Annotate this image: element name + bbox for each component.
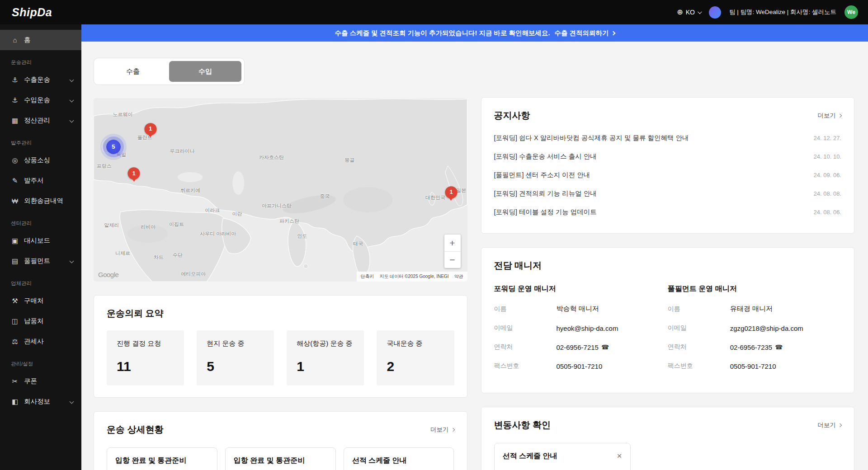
notice-item[interactable]: [포워딩] 테이블 설정 기능 업데이트 24. 08. 06. bbox=[494, 203, 842, 221]
sidebar-item-home[interactable]: ⌂ 홈 bbox=[0, 30, 81, 50]
notice-date: 24. 09. 06. bbox=[814, 172, 841, 179]
map-pin-marker[interactable]: 1 bbox=[144, 123, 156, 135]
notice-item[interactable]: [포워딩] 견적의뢰 기능 리뉴얼 안내 24. 08. 08. bbox=[494, 184, 842, 203]
import-shipping-icon: ⚓ bbox=[11, 96, 19, 104]
stat-label: 국내운송 중 bbox=[387, 339, 444, 348]
sidebar-section-vendors: 업체관리 bbox=[0, 271, 81, 291]
shipping-detail-list: 입항 완료 및 통관준비 입항 완료 및 통관준비 선적 스케줄 안내 bbox=[107, 447, 454, 470]
summary-stats: 진행 결정 요청 11 현지 운송 중 5 해상(항공) 운송 중 1 국내운송… bbox=[107, 330, 454, 385]
stat-value: 2 bbox=[387, 359, 444, 374]
managers-grid: 포워딩 운영 매니저 이름 박승혁 매니저 이메일 hyeok@ship-da.… bbox=[494, 284, 842, 381]
sidebar-item-sourcing[interactable]: ◎ 상품소싱 bbox=[0, 150, 81, 170]
more-label: 더보기 bbox=[818, 112, 836, 120]
topbar: ShipDa ⊕ KO 팀 | 팀명: WeDealize | 회사명: 셀러노… bbox=[0, 0, 868, 24]
profile-avatar[interactable] bbox=[709, 6, 721, 19]
change-notice-card[interactable]: 선적 스케줄 안내 × bbox=[494, 443, 631, 470]
changes-card: 변동사항 확인 더보기 선적 스케줄 안내 × bbox=[481, 407, 855, 470]
purchase-order-icon: ✎ bbox=[11, 177, 19, 185]
shipment-status-card[interactable]: 선적 스케줄 안내 bbox=[344, 447, 454, 470]
manager-fax: 0505-901-7210 bbox=[557, 362, 603, 370]
sidebar-item-label: 상품소싱 bbox=[24, 156, 50, 164]
stat-local-transit[interactable]: 현지 운송 중 5 bbox=[197, 330, 274, 385]
notice-text: [포워딩] 수출운송 서비스 출시 안내 bbox=[494, 152, 597, 161]
notice-text: [풀필먼트] 센터 주소지 이전 안내 bbox=[494, 171, 590, 179]
google-logo: Google bbox=[98, 271, 118, 278]
shipment-status-card[interactable]: 입항 완료 및 통관준비 bbox=[107, 447, 217, 470]
sidebar-item-dashboard[interactable]: ▣ 대시보드 bbox=[0, 230, 81, 251]
buyer-icon: ⚒ bbox=[11, 297, 19, 305]
chevron-down-icon bbox=[70, 118, 74, 123]
notices-title: 공지사항 bbox=[494, 109, 530, 122]
pin-count: 1 bbox=[132, 170, 136, 177]
map-pin-marker[interactable]: 1 bbox=[445, 186, 457, 198]
more-label: 더보기 bbox=[430, 426, 449, 434]
close-icon[interactable]: × bbox=[617, 451, 622, 460]
fulfillment-icon: ▤ bbox=[11, 257, 19, 265]
phone-icon: ☎ bbox=[601, 343, 609, 351]
sidebar-item-label: 수출운송 bbox=[24, 75, 50, 84]
zoom-out-button[interactable]: − bbox=[444, 251, 461, 268]
content: 수출 수입 bbox=[81, 42, 868, 470]
shipment-status-card[interactable]: 입항 완료 및 통관준비 bbox=[225, 447, 336, 470]
map-pin-marker[interactable]: 1 bbox=[128, 167, 140, 179]
manager-fax-label: 팩스번호 bbox=[494, 362, 557, 370]
sourcing-icon: ◎ bbox=[11, 156, 19, 164]
manager-role: 포워딩 운영 매니저 bbox=[494, 284, 668, 294]
sidebar-item-coupon[interactable]: ✂ 쿠폰 bbox=[0, 371, 81, 391]
chevron-right-icon bbox=[838, 113, 842, 117]
supplier-icon: ◫ bbox=[11, 317, 19, 325]
sidebar-item-label: 외환송금내역 bbox=[24, 197, 63, 205]
sidebar-item-import-shipping[interactable]: ⚓ 수입운송 bbox=[0, 90, 81, 110]
dashboard-icon: ▣ bbox=[11, 237, 19, 245]
sidebar-item-suppliers[interactable]: ◫ 납품처 bbox=[0, 311, 81, 331]
sidebar-item-company-info[interactable]: ◧ 회사정보 bbox=[0, 391, 81, 412]
stat-decision-requested[interactable]: 진행 결정 요청 11 bbox=[107, 330, 184, 385]
changes-more-button[interactable]: 더보기 bbox=[818, 421, 842, 429]
zoom-in-button[interactable]: + bbox=[444, 235, 461, 251]
settlement-icon: ▦ bbox=[11, 117, 19, 125]
manager-role: 풀필먼트 운영 매니저 bbox=[668, 284, 841, 294]
shipda-logo[interactable]: ShipDa bbox=[12, 6, 52, 19]
map-shortcuts-link[interactable]: 단축키 bbox=[361, 273, 374, 280]
forwarding-manager-column: 포워딩 운영 매니저 이름 박승혁 매니저 이메일 hyeok@ship-da.… bbox=[494, 284, 668, 381]
summary-title: 운송의뢰 요약 bbox=[107, 307, 164, 320]
sidebar-item-label: 풀필먼트 bbox=[24, 257, 50, 265]
sidebar-item-customs-broker[interactable]: ⚖ 관세사 bbox=[0, 331, 81, 352]
shipping-detail-more-button[interactable]: 더보기 bbox=[430, 426, 454, 434]
fulfillment-manager-column: 풀필먼트 운영 매니저 이름 유태경 매니저 이메일 zgzg0218@ship… bbox=[668, 284, 841, 381]
notices-more-button[interactable]: 더보기 bbox=[818, 112, 842, 120]
notice-list: [포워딩] 쉽다 X 알리바바닷컴 공식제휴 공지 및 물류 할인혜택 안내 2… bbox=[494, 129, 842, 221]
sidebar-item-label: 발주서 bbox=[24, 176, 44, 185]
sidebar-item-label: 회사정보 bbox=[24, 397, 50, 406]
stat-label: 현지 운송 중 bbox=[207, 339, 264, 348]
shipment-summary-card: 운송의뢰 요약 진행 결정 요청 11 현지 운송 중 5 해상(항공) 운송 … bbox=[94, 295, 467, 398]
sidebar-section-ordering: 발주관리 bbox=[0, 131, 81, 150]
stat-ocean-air-transit[interactable]: 해상(항공) 운송 중 1 bbox=[287, 330, 364, 385]
language-selector[interactable]: ⊕ KO bbox=[677, 9, 701, 16]
changes-title: 변동사항 확인 bbox=[494, 419, 551, 431]
sidebar-item-settlement[interactable]: ▦ 정산관리 bbox=[0, 110, 81, 131]
stat-domestic-transit[interactable]: 국내운송 중 2 bbox=[377, 330, 454, 385]
sidebar-item-label: 납품처 bbox=[24, 317, 44, 325]
world-map[interactable]: 노르웨이 폴란드 우크라이나 카자흐스탄 몽골 독일 프랑스 튀르키예 중국 대… bbox=[94, 98, 467, 282]
export-quote-link[interactable]: 수출 견적의뢰하기 bbox=[555, 29, 615, 38]
tab-import[interactable]: 수입 bbox=[169, 61, 241, 82]
sidebar-item-remittance[interactable]: ₩ 외환송금내역 bbox=[0, 191, 81, 211]
map-cluster-marker[interactable]: 5 bbox=[106, 140, 121, 154]
sidebar-item-export-shipping[interactable]: ⚓ 수출운송 bbox=[0, 70, 81, 90]
sidebar-item-label: 대시보드 bbox=[24, 236, 50, 245]
notice-item[interactable]: [포워딩] 수출운송 서비스 출시 안내 24. 10. 10. bbox=[494, 147, 842, 166]
sidebar-item-purchase-order[interactable]: ✎ 발주서 bbox=[0, 170, 81, 191]
sidebar-item-buyers[interactable]: ⚒ 구매처 bbox=[0, 291, 81, 311]
map-terms-link[interactable]: 약관 bbox=[454, 273, 463, 280]
language-label: KO bbox=[686, 9, 695, 16]
home-icon: ⌂ bbox=[11, 36, 19, 44]
sidebar-item-label: 쿠폰 bbox=[24, 377, 37, 385]
manager-phone: 02-6956-7215 ☎ bbox=[557, 343, 609, 351]
tab-export[interactable]: 수출 bbox=[97, 61, 169, 82]
user-avatar[interactable]: We bbox=[844, 5, 858, 19]
sidebar-item-fulfillment[interactable]: ▤ 풀필먼트 bbox=[0, 251, 81, 271]
notice-item[interactable]: [포워딩] 쉽다 X 알리바바닷컴 공식제휴 공지 및 물류 할인혜택 안내 2… bbox=[494, 129, 842, 147]
notice-item[interactable]: [풀필먼트] 센터 주소지 이전 안내 24. 09. 06. bbox=[494, 166, 842, 184]
team-company-info: 팀 | 팀명: WeDealize | 회사명: 셀러노트 bbox=[729, 8, 836, 16]
